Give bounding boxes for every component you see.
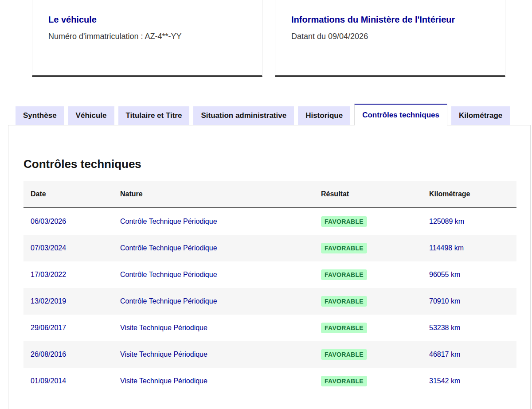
cell-nature: Contrôle Technique Périodique — [113, 218, 314, 226]
table-row: 01/09/2014 Visite Technique Périodique F… — [23, 368, 516, 394]
status-badge-favorable: FAVORABLE — [321, 269, 367, 280]
table-body: 06/03/2026 Contrôle Technique Périodique… — [23, 208, 516, 394]
status-badge-favorable: FAVORABLE — [321, 376, 367, 386]
table-header-row: Date Nature Résultat Kilométrage — [23, 181, 516, 208]
cell-nature: Contrôle Technique Périodique — [113, 244, 314, 252]
cell-kilometrage: 114498 km — [422, 244, 516, 252]
tab-controles-techniques[interactable]: Contrôles techniques — [354, 104, 447, 125]
vehicle-card-registration: Numéro d'immatriculation : AZ-4**-YY — [48, 31, 246, 42]
ministry-card-date: Datant du 09/04/2026 — [291, 31, 489, 42]
controles-techniques-panel: Contrôles techniques Date Nature Résulta… — [8, 125, 531, 409]
cell-date: 29/06/2017 — [23, 324, 113, 332]
tab-kilometrage[interactable]: Kilométrage — [451, 106, 510, 125]
cell-nature: Contrôle Technique Périodique — [113, 297, 314, 305]
cell-date: 26/08/2016 — [23, 351, 113, 358]
cell-resultat: FAVORABLE — [314, 296, 422, 307]
cell-resultat: FAVORABLE — [314, 376, 422, 386]
info-cards-row: Le véhicule Numéro d'immatriculation : A… — [0, 0, 532, 77]
table-row: 06/03/2026 Contrôle Technique Périodique… — [23, 208, 516, 235]
cell-kilometrage: 46817 km — [422, 351, 516, 358]
status-badge-favorable: FAVORABLE — [321, 323, 367, 333]
status-badge-favorable: FAVORABLE — [321, 216, 367, 227]
cell-kilometrage: 96055 km — [422, 271, 516, 279]
controles-techniques-table: Date Nature Résultat Kilométrage 06/03/2… — [23, 181, 516, 394]
table-row: 17/03/2022 Contrôle Technique Périodique… — [23, 261, 516, 288]
tabs-area: Synthèse Véhicule Titulaire et Titre Sit… — [8, 104, 531, 409]
cell-resultat: FAVORABLE — [314, 243, 422, 253]
column-header-date: Date — [23, 190, 113, 198]
tab-titulaire-et-titre[interactable]: Titulaire et Titre — [118, 106, 190, 125]
cell-resultat: FAVORABLE — [314, 269, 422, 280]
cell-resultat: FAVORABLE — [314, 349, 422, 360]
column-header-nature: Nature — [113, 190, 314, 198]
tab-vehicule[interactable]: Véhicule — [68, 106, 114, 125]
cell-date: 06/03/2026 — [23, 218, 113, 226]
cell-nature: Contrôle Technique Périodique — [113, 271, 314, 279]
ministry-info-card: Informations du Ministère de l'Intérieur… — [275, 0, 505, 77]
cell-kilometrage: 53238 km — [422, 324, 516, 332]
cell-nature: Visite Technique Périodique — [113, 377, 314, 385]
cell-date: 07/03/2024 — [23, 244, 113, 252]
cell-date: 01/09/2014 — [23, 377, 113, 385]
ministry-card-title: Informations du Ministère de l'Intérieur — [291, 13, 489, 26]
cell-resultat: FAVORABLE — [314, 216, 422, 227]
table-row: 07/03/2024 Contrôle Technique Périodique… — [23, 235, 516, 261]
cell-date: 17/03/2022 — [23, 271, 113, 279]
cell-date: 13/02/2019 — [23, 297, 113, 305]
table-row: 29/06/2017 Visite Technique Périodique F… — [23, 315, 516, 341]
tab-historique[interactable]: Historique — [298, 106, 350, 125]
column-header-resultat: Résultat — [314, 190, 422, 198]
status-badge-favorable: FAVORABLE — [321, 243, 367, 253]
cell-nature: Visite Technique Périodique — [113, 324, 314, 332]
tab-synthese[interactable]: Synthèse — [16, 106, 64, 125]
cell-kilometrage: 125089 km — [422, 218, 516, 226]
vehicle-card-title: Le véhicule — [48, 13, 246, 26]
tab-situation-administrative[interactable]: Situation administrative — [193, 106, 294, 125]
cell-kilometrage: 31542 km — [422, 377, 516, 385]
section-title: Contrôles techniques — [23, 157, 516, 171]
table-row: 13/02/2019 Contrôle Technique Périodique… — [23, 288, 516, 315]
vehicle-card: Le véhicule Numéro d'immatriculation : A… — [32, 0, 262, 77]
cell-nature: Visite Technique Périodique — [113, 351, 314, 358]
column-header-kilometrage: Kilométrage — [422, 190, 516, 198]
status-badge-favorable: FAVORABLE — [321, 296, 367, 307]
status-badge-favorable: FAVORABLE — [321, 349, 367, 360]
tab-list: Synthèse Véhicule Titulaire et Titre Sit… — [8, 104, 531, 125]
cell-kilometrage: 70910 km — [422, 297, 516, 305]
table-row: 26/08/2016 Visite Technique Périodique F… — [23, 341, 516, 368]
cell-resultat: FAVORABLE — [314, 323, 422, 333]
